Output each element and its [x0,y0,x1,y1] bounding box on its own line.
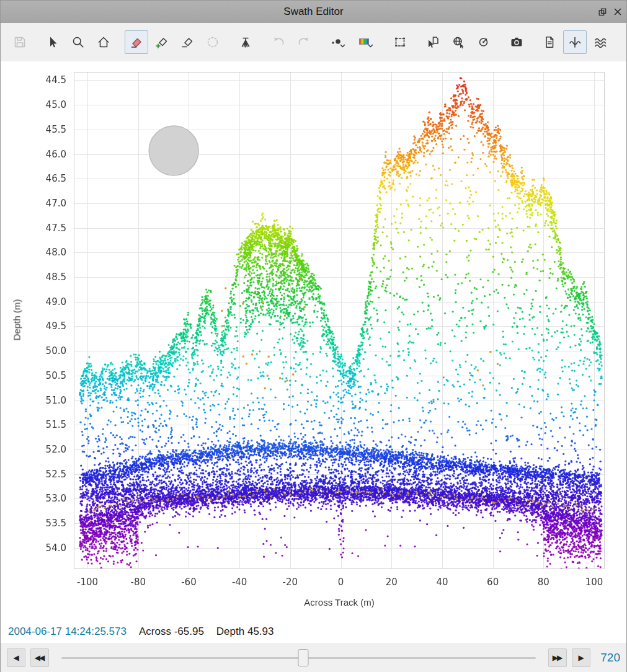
swath-plot-panel: Depth (m) Across Track (m) [1,61,626,621]
dashed-circle-icon [206,35,220,49]
multi-swath-icon [594,35,607,49]
scatter-plot-canvas[interactable] [1,61,627,621]
beam-fan-icon [239,35,252,49]
ping-count: 720 [598,651,620,665]
close-icon [614,8,621,15]
erase-add-tool-button[interactable] [150,30,174,54]
select-rectangle-button[interactable] [388,30,412,54]
window-title: Swath Editor [283,6,343,18]
globe-pick-icon [451,35,465,49]
float-button[interactable] [598,8,607,16]
redo-icon [297,35,311,49]
status-bar: 2004-06-17 14:24:25.573 Across -65.95 De… [1,621,626,643]
titlebar[interactable]: Swath Editor [1,1,626,23]
snapshot-button[interactable] [505,30,528,54]
point-size-dropdown[interactable] [325,30,351,54]
home-icon [97,35,110,49]
colormap-icon [358,35,374,49]
redo-button[interactable] [292,30,316,54]
eraser-reject-icon [180,35,194,49]
window-controls [598,1,621,23]
status-depth: Depth 45.93 [216,626,274,638]
close-button[interactable] [614,8,621,15]
cursor-icon [46,35,60,49]
selection-rect-icon [393,35,407,49]
report-button[interactable] [538,30,561,54]
colormap-dropdown[interactable] [353,30,379,54]
zoom-tool-button[interactable] [66,30,90,54]
swath-editor-window: Swath Editor [0,0,627,672]
home-view-button[interactable] [92,30,115,54]
beam-filter-button[interactable] [234,30,257,54]
pick-globe-button[interactable] [447,30,470,54]
cursor-tool-button[interactable] [41,30,64,54]
pick-bearing-button[interactable] [472,30,496,54]
undo-icon [272,35,285,49]
undo-button[interactable] [267,30,290,54]
y-axis-title: Depth (m) [12,299,22,341]
erase-tool-button[interactable] [125,30,148,54]
fast-back-button[interactable]: ◀◀ [30,648,49,667]
toolbar [1,23,626,61]
swath-profile-icon [568,35,582,49]
timeline-slider-handle[interactable] [298,649,309,666]
step-forward-button[interactable]: ▶ [572,648,590,667]
point-size-icon [330,35,346,49]
toolbar-expand-button[interactable] [621,30,627,54]
magnifier-icon [71,35,85,49]
multi-profile-button[interactable] [589,30,612,54]
pick-info-button[interactable] [421,30,445,54]
eraser-icon [130,35,143,49]
save-icon [13,35,27,49]
fast-forward-button[interactable]: ▶▶ [548,648,567,667]
pick-info-icon [426,35,440,49]
x-axis-title: Across Track (m) [304,597,374,608]
status-across: Across -65.95 [139,626,204,638]
report-page-icon [543,35,556,49]
profile-view-button[interactable] [563,30,587,54]
float-icon [598,8,607,16]
camera-icon [510,35,523,49]
save-button[interactable] [8,30,32,54]
transport-bar: ◀ ◀◀ ▶▶ ▶ 720 [1,643,626,672]
timeline-slider[interactable] [61,648,536,667]
brush-circle-tool-button[interactable] [201,30,225,54]
step-back-button[interactable]: ◀ [7,648,25,667]
eraser-add-icon [155,35,169,49]
status-timestamp: 2004-06-17 14:24:25.573 [8,626,127,638]
erase-reject-tool-button[interactable] [176,30,199,54]
bearing-pick-icon [477,35,491,49]
